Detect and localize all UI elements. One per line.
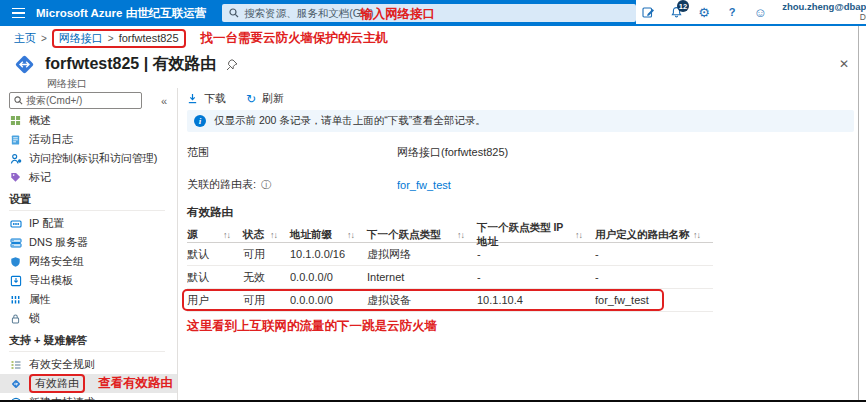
activity-log-icon: [9, 134, 22, 146]
scope-value: 网络接口(forfwtest825): [397, 145, 854, 160]
pin-icon[interactable]: [226, 59, 238, 71]
route-table-label: 关联的路由表:: [187, 177, 256, 192]
blade-header: forfwtest825 | 有效路由 网络接口 ✕: [0, 50, 866, 88]
divider: [9, 210, 165, 211]
column-header-source[interactable]: 源↑↓: [187, 228, 243, 242]
resource-sidebar: « 概述 活动日志 访问控制(标识和访问管理) 标记 设置: [0, 88, 178, 402]
sort-icon: ↑↓: [693, 230, 700, 240]
top-bar-icons-section: 12 ⚙ ? ☺ zhou.zheng@dbapp.p... DBAPP: [636, 0, 866, 26]
feedback-smiley-icon[interactable]: ☺: [748, 1, 772, 23]
scope-label: 范围: [187, 145, 397, 160]
table-row-highlighted: 用户 可用 0.0.0.0/0 虚拟设备 10.1.10.4 for_fw_te…: [187, 289, 713, 312]
account-org: DBAPP: [782, 13, 866, 22]
effective-routes-label-box: 有效路由: [29, 374, 85, 393]
search-icon: [14, 96, 23, 105]
route-table-link[interactable]: for_fw_test: [397, 179, 854, 191]
breadcrumb-current-resource: forfwtest825: [119, 32, 179, 44]
sidebar-item-locks[interactable]: 锁: [0, 309, 177, 328]
breadcrumb-highlight-box: 网络接口 > forfwtest825: [52, 29, 186, 48]
account-menu[interactable]: zhou.zheng@dbapp.p... DBAPP: [782, 2, 866, 22]
sidebar-search-input[interactable]: [26, 95, 126, 106]
sort-icon: ↑↓: [223, 230, 230, 240]
scope-row: 范围 网络接口(forfwtest825): [187, 145, 854, 160]
sidebar-item-dns-servers[interactable]: DNS 服务器: [0, 233, 177, 252]
sidebar-item-effective-routes[interactable]: 有效路由 查看有效路由: [0, 374, 177, 393]
effective-routes-section-title: 有效路由: [187, 205, 854, 220]
refresh-label: 刷新: [262, 91, 284, 106]
hamburger-menu-icon[interactable]: [0, 8, 36, 19]
azure-portal-window: Microsoft Azure 由世纪互联运营 输入网络接口 12 ⚙ ? ☺ …: [0, 0, 866, 402]
sidebar-item-overview[interactable]: 概述: [0, 111, 177, 130]
help-icon[interactable]: ?: [720, 1, 744, 23]
column-header-route-name[interactable]: 用户定义的路由名称↑↓: [595, 228, 713, 242]
search-annotation: 输入网络接口: [360, 6, 435, 23]
sort-icon: ↑↓: [347, 230, 354, 240]
refresh-button[interactable]: ↻ 刷新: [246, 91, 284, 106]
info-banner: i 仅显示前 200 条记录，请单击上面的“下载”查看全部记录。: [187, 110, 854, 132]
table-header-row: 源↑↓ 状态↑↓ 地址前缀↑↓ 下一个跃点类型↑↓ 下一个跃点类型 IP 地址↑…: [187, 227, 713, 243]
sidebar-item-activity-log[interactable]: 活动日志: [0, 130, 177, 149]
account-name: zhou.zheng@dbapp.p...: [782, 2, 866, 12]
effective-routes-icon: [9, 378, 22, 390]
breadcrumb-home[interactable]: 主页: [14, 31, 36, 46]
network-interface-icon: [13, 53, 36, 76]
sidebar-collapse-button[interactable]: «: [161, 95, 167, 107]
tag-icon: [9, 172, 22, 183]
download-label: 下载: [204, 91, 226, 106]
breadcrumb-annotation: 找一台需要云防火墙保护的云主机: [201, 30, 389, 47]
info-tooltip-icon[interactable]: ⓘ: [261, 178, 271, 192]
security-rules-icon: [9, 359, 22, 371]
breadcrumb-network-interface[interactable]: 网络接口: [59, 31, 103, 46]
sidebar-item-export-template[interactable]: 导出模板: [0, 271, 177, 290]
directory-filter-icon[interactable]: [636, 1, 660, 23]
breadcrumb-separator: >: [108, 33, 114, 44]
refresh-icon: ↻: [246, 93, 256, 105]
download-icon: [187, 93, 198, 104]
sort-icon: ↑↓: [457, 230, 464, 240]
properties-sliders-icon: [9, 294, 22, 306]
sidebar-search-box[interactable]: [9, 92, 142, 109]
notifications-bell-icon[interactable]: 12: [664, 1, 688, 23]
sidebar-item-ip-config[interactable]: IP 配置: [0, 214, 177, 233]
column-header-address-prefix[interactable]: 地址前缀↑↓: [290, 228, 367, 242]
search-icon: [229, 8, 239, 18]
table-annotation: 这里看到上互联网的流量的下一跳是云防火墙: [187, 318, 854, 335]
info-banner-text: 仅显示前 200 条记录，请单击上面的“下载”查看全部记录。: [214, 114, 486, 128]
effective-routes-annotation: 查看有效路由: [98, 375, 173, 392]
dns-server-icon: [9, 237, 22, 249]
sidebar-item-properties[interactable]: 属性: [0, 290, 177, 309]
info-icon: i: [194, 115, 206, 127]
table-row: 默认 可用 10.1.0.0/16 虚拟网络 - -: [187, 243, 713, 266]
effective-routes-table: 源↑↓ 状态↑↓ 地址前缀↑↓ 下一个跃点类型↑↓ 下一个跃点类型 IP 地址↑…: [187, 227, 713, 312]
lock-icon: [9, 313, 22, 325]
sidebar-section-support: 支持 + 疑难解答: [0, 328, 177, 350]
sidebar-item-access-control[interactable]: 访问控制(标识和访问管理): [0, 149, 177, 168]
associated-route-table-row: 关联的路由表: ⓘ for_fw_test: [187, 177, 854, 192]
access-control-person-icon: [9, 153, 22, 165]
divider: [9, 351, 165, 352]
sidebar-section-settings: 设置: [0, 187, 177, 209]
command-bar: 下载 ↻ 刷新: [187, 90, 854, 107]
global-search-box[interactable]: 输入网络接口: [222, 4, 636, 22]
sidebar-item-tags[interactable]: 标记: [0, 168, 177, 187]
notification-count-badge: 12: [677, 0, 689, 12]
top-bar: Microsoft Azure 由世纪互联运营 输入网络接口 12 ⚙ ? ☺ …: [0, 0, 866, 26]
effective-routes-pane: 下载 ↻ 刷新 i 仅显示前 200 条记录，请单击上面的“下载”查看全部记录。…: [178, 88, 866, 402]
close-icon[interactable]: ✕: [839, 57, 849, 71]
sidebar-item-network-security-group[interactable]: 网络安全组: [0, 252, 177, 271]
page-title: forfwtest825 | 有效路由: [45, 54, 217, 75]
column-header-state[interactable]: 状态↑↓: [243, 228, 290, 242]
export-template-icon: [9, 275, 22, 287]
sidebar-item-effective-security-rules[interactable]: 有效安全规则: [0, 355, 177, 374]
shield-icon: [9, 256, 22, 268]
download-button[interactable]: 下载: [187, 91, 226, 106]
ip-config-icon: [9, 218, 22, 230]
breadcrumb: 主页 > 网络接口 > forfwtest825 找一台需要云防火墙保护的云主机: [0, 26, 866, 50]
settings-gear-icon[interactable]: ⚙: [692, 1, 716, 23]
sort-icon: ↑↓: [270, 230, 277, 240]
top-bar-blue-section: Microsoft Azure 由世纪互联运营 输入网络接口: [0, 0, 636, 26]
window-right-edge: [858, 26, 859, 400]
brand-title: Microsoft Azure 由世纪互联运营: [36, 6, 206, 21]
column-header-next-hop-type[interactable]: 下一个跃点类型↑↓: [367, 228, 477, 242]
sort-icon: ↑↓: [575, 230, 582, 240]
